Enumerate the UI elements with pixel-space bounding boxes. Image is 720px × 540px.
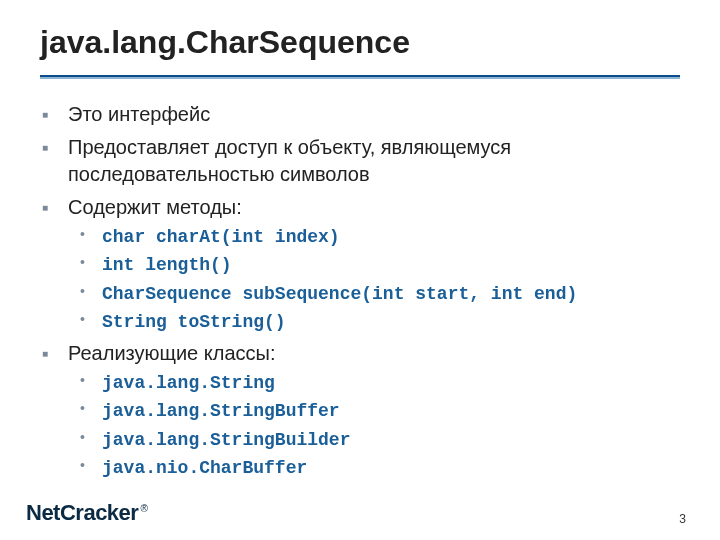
code-item: char charAt(int index): [68, 225, 680, 249]
code-item: CharSequence subSequence(int start, int …: [68, 282, 680, 306]
list-item: Содержит методы: char charAt(int index) …: [40, 194, 680, 334]
list-item: Реализующие классы: java.lang.String jav…: [40, 340, 680, 480]
code-item: String toString(): [68, 310, 680, 334]
code-item: java.lang.StringBuffer: [68, 399, 680, 423]
code-item: int length(): [68, 253, 680, 277]
sub-list: java.lang.String java.lang.StringBuffer …: [68, 371, 680, 480]
code-item: java.lang.String: [68, 371, 680, 395]
list-item-text: Реализующие классы:: [68, 342, 276, 364]
horizontal-divider: [40, 75, 680, 79]
list-item-text: Содержит методы:: [68, 196, 242, 218]
list-item-text: Это интерфейс: [68, 103, 210, 125]
bullet-list: Это интерфейс Предоставляет доступ к объ…: [40, 101, 680, 480]
code-item: java.nio.CharBuffer: [68, 456, 680, 480]
footer-logo: NetCracker®: [26, 500, 147, 526]
list-item: Это интерфейс: [40, 101, 680, 128]
list-item: Предоставляет доступ к объекту, являющем…: [40, 134, 680, 188]
sub-list: char charAt(int index) int length() Char…: [68, 225, 680, 334]
list-item-text: Предоставляет доступ к объекту, являющем…: [68, 136, 511, 185]
brand-text: NetCracker: [26, 500, 138, 525]
slide: java.lang.CharSequence Это интерфейс Пре…: [0, 0, 720, 540]
page-title: java.lang.CharSequence: [40, 24, 680, 61]
registered-icon: ®: [140, 503, 147, 514]
page-number: 3: [679, 512, 686, 526]
code-item: java.lang.StringBuilder: [68, 428, 680, 452]
